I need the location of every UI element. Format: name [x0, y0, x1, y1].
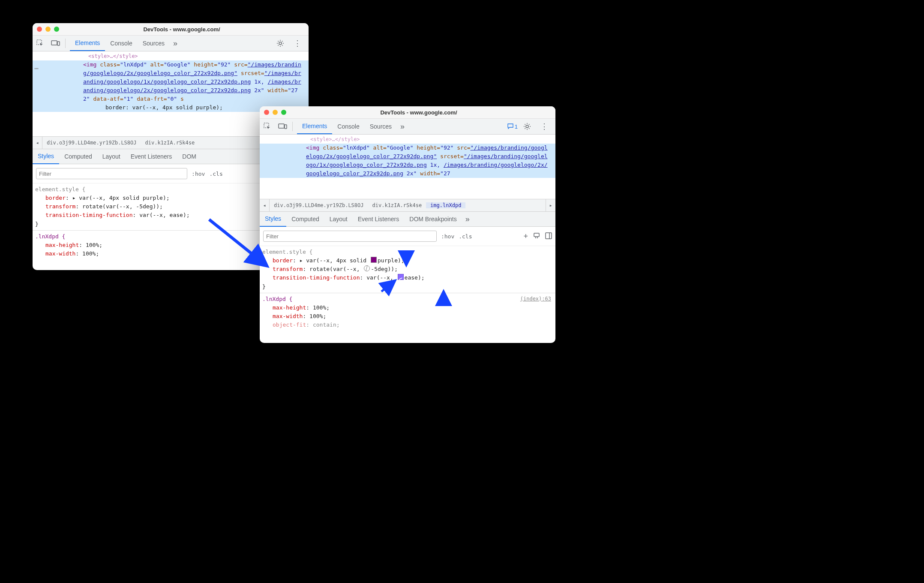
brush-icon[interactable] [533, 232, 540, 240]
cls-toggle[interactable]: .cls [459, 233, 472, 240]
styles-filter-row: :hov .cls + [260, 227, 555, 246]
tab-console[interactable]: Console [105, 36, 137, 51]
gear-icon[interactable] [522, 121, 532, 132]
tab-elements[interactable]: Elements [297, 119, 332, 134]
breadcrumb-prev[interactable]: ◂ [33, 137, 42, 149]
window-controls[interactable] [264, 110, 286, 115]
main-toolbar: Elements Console Sources » ⋮ [33, 36, 309, 51]
breadcrumb-item-1[interactable]: div.o3j99.LLD4me.yr19Zb.LS8OJ [270, 202, 368, 208]
breadcrumb-item-3[interactable]: img.lnXdpd [426, 202, 465, 208]
window-title: DevTools - www.google.com/ [286, 109, 551, 116]
device-icon[interactable] [278, 121, 288, 132]
breadcrumb-prev[interactable]: ◂ [260, 199, 270, 211]
filter-input[interactable] [263, 231, 437, 242]
subtab-dombp[interactable]: DOM Breakpoints [404, 212, 462, 226]
styles-pane[interactable]: element.style { border: ▸ var(--x, 4px s… [260, 246, 555, 333]
titlebar[interactable]: DevTools - www.google.com/ [260, 106, 555, 119]
subtab-dombp-short[interactable]: DOM [177, 149, 201, 164]
bezier-swatch-icon[interactable] [398, 274, 404, 280]
prop-border[interactable]: border: ▸ var(--x, 4px solid purple); [262, 256, 551, 265]
minimize-dot[interactable] [45, 27, 51, 32]
svg-rect-6 [285, 125, 287, 129]
hov-toggle[interactable]: :hov [441, 233, 454, 240]
panel-tabs: Elements Console Sources » [70, 36, 181, 51]
breadcrumb[interactable]: ◂ div.o3j99.LLD4me.yr19Zb.LS8OJ div.k1zI… [260, 199, 555, 212]
inspect-icon[interactable] [35, 38, 45, 48]
kebab-icon[interactable]: ⋮ [292, 38, 303, 48]
dom-line-style-close[interactable]: <style>…</style> [33, 52, 309, 60]
svg-point-7 [526, 125, 528, 128]
svg-rect-1 [51, 41, 57, 45]
device-icon[interactable] [51, 38, 61, 48]
filter-input[interactable] [36, 168, 187, 179]
window-controls[interactable] [37, 27, 59, 32]
prop-transform[interactable]: transform: rotate(var(--x, -5deg)); [262, 265, 551, 273]
zoom-dot[interactable] [281, 110, 286, 115]
subtab-listeners[interactable]: Event Listeners [126, 149, 177, 164]
subtab-computed[interactable]: Computed [286, 212, 324, 226]
rule-lnxdpd-row[interactable]: (index):63.lnXdpd { [262, 295, 551, 304]
svg-rect-2 [57, 42, 60, 45]
minimize-dot[interactable] [273, 110, 278, 115]
svg-rect-5 [279, 124, 284, 128]
dom-tree[interactable]: <style>…</style> <img class="lnXdpd" alt… [260, 135, 555, 199]
devtools-window-after: DevTools - www.google.com/ Elements Cons… [260, 106, 555, 343]
subtab-layout[interactable]: Layout [324, 212, 353, 226]
prop-object-fit[interactable]: object-fit: contain; [262, 321, 551, 329]
color-swatch-icon[interactable] [371, 257, 377, 263]
breadcrumb-item-1[interactable]: div.o3j99.LLD4me.yr19Zb.LS8OJ [42, 140, 141, 146]
dom-line-img[interactable]: <img class="lnXdpd" alt="Google" height=… [33, 60, 309, 104]
inspect-icon[interactable] [262, 121, 273, 132]
svg-point-3 [279, 42, 282, 45]
rule-close: } [262, 282, 551, 291]
close-dot[interactable] [37, 27, 42, 32]
subtab-styles[interactable]: Styles [260, 211, 286, 227]
more-subtabs-icon[interactable]: » [462, 215, 473, 224]
ellipsis-icon[interactable]: ⋯ [34, 63, 39, 74]
tab-sources[interactable]: Sources [365, 119, 397, 134]
main-toolbar: Elements Console Sources » 1 ⋮ [260, 119, 555, 135]
titlebar[interactable]: DevTools - www.google.com/ [33, 23, 309, 36]
subtab-layout[interactable]: Layout [97, 149, 126, 164]
source-link[interactable]: (index):63 [520, 295, 551, 303]
dom-line-img[interactable]: <img class="lnXdpd" alt="Google" height=… [260, 144, 555, 178]
messages-badge[interactable]: 1 [507, 123, 518, 130]
gear-icon[interactable] [275, 38, 285, 48]
close-dot[interactable] [264, 110, 269, 115]
breadcrumb-item-2[interactable]: div.k1zIA.rSk4se [141, 140, 199, 146]
prop-ttf[interactable]: transition-timing-function: var(--x, eas… [262, 273, 551, 282]
rule-lnxdpd[interactable]: .lnXdpd { [262, 296, 292, 302]
hov-toggle[interactable]: :hov [192, 171, 205, 177]
more-tabs-icon[interactable]: » [170, 36, 181, 51]
tab-console[interactable]: Console [332, 119, 364, 134]
more-tabs-icon[interactable]: » [397, 119, 408, 134]
breadcrumb-next[interactable]: ▸ [546, 199, 555, 211]
styles-subtabs: Styles Computed Layout Event Listeners D… [260, 212, 555, 227]
dom-line-style-close[interactable]: <style>…</style> [260, 135, 555, 144]
prop-max-width[interactable]: max-width: 100%; [262, 312, 551, 321]
subtab-listeners[interactable]: Event Listeners [353, 212, 405, 226]
new-rule-icon[interactable]: + [523, 232, 528, 241]
rule-element-style[interactable]: element.style { [262, 248, 551, 256]
subtab-computed[interactable]: Computed [59, 149, 97, 164]
svg-rect-8 [534, 233, 539, 237]
panel-tabs: Elements Console Sources » [297, 119, 408, 134]
tab-sources[interactable]: Sources [138, 36, 170, 51]
subtab-styles[interactable]: Styles [33, 149, 59, 164]
window-title: DevTools - www.google.com/ [59, 26, 304, 33]
svg-rect-9 [546, 233, 552, 239]
cls-toggle[interactable]: .cls [209, 171, 222, 177]
prop-max-height[interactable]: max-height: 100%; [262, 304, 551, 312]
panel-icon[interactable] [545, 232, 552, 240]
zoom-dot[interactable] [54, 27, 59, 32]
kebab-icon[interactable]: ⋮ [539, 121, 549, 132]
tab-elements[interactable]: Elements [70, 36, 105, 51]
messages-count: 1 [515, 123, 518, 130]
angle-swatch-icon[interactable] [364, 265, 370, 271]
breadcrumb-item-2[interactable]: div.k1zIA.rSk4se [368, 202, 426, 208]
